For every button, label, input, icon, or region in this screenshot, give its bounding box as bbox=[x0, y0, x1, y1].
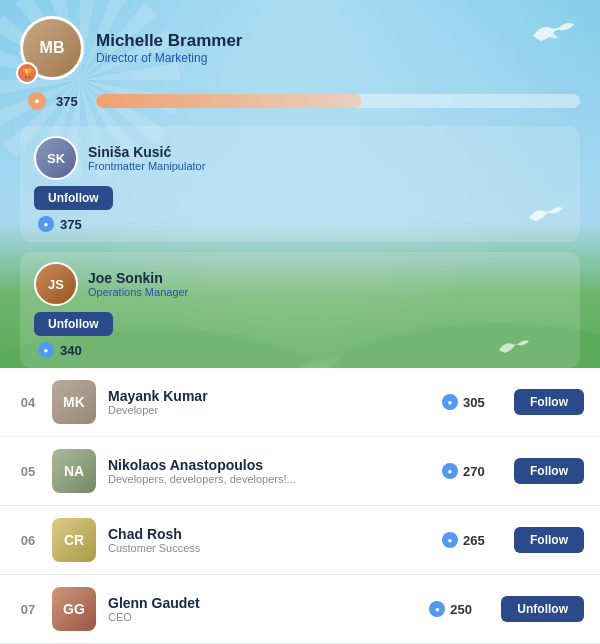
rank2-user: SK Siniša Kusić Frontmatter Manipulator bbox=[34, 136, 566, 180]
rank3-avatar: JS bbox=[34, 262, 78, 306]
rank1-name: Michelle Brammer bbox=[96, 31, 242, 51]
hero-section: MB 🏆 Michelle Brammer Director of Market… bbox=[0, 0, 600, 368]
rank1-score-icon: ● bbox=[28, 92, 46, 110]
list-info: Nikolaos Anastopoulos Developers, develo… bbox=[108, 457, 430, 485]
list-name: Glenn Gaudet bbox=[108, 595, 417, 611]
list-score-icon: ● bbox=[442, 394, 458, 410]
rank2-name: Siniša Kusić bbox=[88, 144, 205, 160]
rank2-score-row: ● 375 bbox=[34, 216, 566, 232]
rank3-info: Joe Sonkin Operations Manager bbox=[88, 270, 188, 298]
list-score: 250 bbox=[450, 602, 472, 617]
list-initials: CR bbox=[52, 518, 96, 562]
rank1-badge: 🏆 bbox=[16, 62, 38, 84]
rank3-unfollow-button[interactable]: Unfollow bbox=[34, 312, 113, 336]
rank3-score-row: ● 340 bbox=[34, 342, 566, 358]
list-avatar: MK bbox=[52, 380, 96, 424]
list-role: CEO bbox=[108, 611, 417, 623]
list-score: 270 bbox=[463, 464, 485, 479]
list-initials: MK bbox=[52, 380, 96, 424]
bird2-icon bbox=[528, 202, 564, 232]
rank3-score: 340 bbox=[60, 343, 82, 358]
list-rank: 04 bbox=[16, 395, 40, 410]
rank1-card: MB 🏆 Michelle Brammer Director of Market… bbox=[20, 16, 580, 126]
list-score-wrap: ● 305 bbox=[442, 394, 502, 410]
list-item: 04 MK Mayank Kumar Developer ● 305 Follo… bbox=[0, 368, 600, 437]
rank2-info: Siniša Kusić Frontmatter Manipulator bbox=[88, 144, 205, 172]
rank1-progress-bar bbox=[96, 94, 362, 108]
sub-hero-rows: SK Siniša Kusić Frontmatter Manipulator … bbox=[20, 126, 580, 368]
rank2-score: 375 bbox=[60, 217, 82, 232]
list-info: Glenn Gaudet CEO bbox=[108, 595, 417, 623]
rank1-progress-row: ● 375 bbox=[20, 92, 580, 110]
rank1-user: MB 🏆 Michelle Brammer Director of Market… bbox=[20, 16, 580, 80]
rank3-name: Joe Sonkin bbox=[88, 270, 188, 286]
rank2-initials: SK bbox=[36, 138, 76, 178]
rank3-role: Operations Manager bbox=[88, 286, 188, 298]
list-score-wrap: ● 265 bbox=[442, 532, 502, 548]
list-score-icon: ● bbox=[442, 463, 458, 479]
list-avatar: GG bbox=[52, 587, 96, 631]
list-item: 06 CR Chad Rosh Customer Success ● 265 F… bbox=[0, 506, 600, 575]
list-name: Mayank Kumar bbox=[108, 388, 430, 404]
follow-button[interactable]: Follow bbox=[514, 527, 584, 553]
rank1-avatar-wrap: MB 🏆 bbox=[20, 16, 84, 80]
list-item: 07 GG Glenn Gaudet CEO ● 250 Unfollow bbox=[0, 575, 600, 644]
rank3-user: JS Joe Sonkin Operations Manager bbox=[34, 262, 566, 306]
list-initials: NA bbox=[52, 449, 96, 493]
list-rank: 06 bbox=[16, 533, 40, 548]
rank2-score-icon: ● bbox=[38, 216, 54, 232]
follow-button[interactable]: Follow bbox=[514, 458, 584, 484]
list-role: Developers, developers, developers!... bbox=[108, 473, 430, 485]
list-rank: 05 bbox=[16, 464, 40, 479]
rank3-card: JS Joe Sonkin Operations Manager Unfollo… bbox=[20, 252, 580, 368]
list-score-wrap: ● 270 bbox=[442, 463, 502, 479]
rank2-role: Frontmatter Manipulator bbox=[88, 160, 205, 172]
rank1-info: Michelle Brammer Director of Marketing bbox=[96, 31, 242, 65]
list-score-icon: ● bbox=[429, 601, 445, 617]
list-score: 305 bbox=[463, 395, 485, 410]
list-role: Developer bbox=[108, 404, 430, 416]
list-score: 265 bbox=[463, 533, 485, 548]
rank2-card: SK Siniša Kusić Frontmatter Manipulator … bbox=[20, 126, 580, 242]
unfollow-button[interactable]: Unfollow bbox=[501, 596, 584, 622]
list-score-icon: ● bbox=[442, 532, 458, 548]
leaderboard-list: 04 MK Mayank Kumar Developer ● 305 Follo… bbox=[0, 368, 600, 644]
list-role: Customer Success bbox=[108, 542, 430, 554]
rank1-role: Director of Marketing bbox=[96, 51, 242, 65]
list-avatar: NA bbox=[52, 449, 96, 493]
list-item: 05 NA Nikolaos Anastopoulos Developers, … bbox=[0, 437, 600, 506]
rank2-avatar: SK bbox=[34, 136, 78, 180]
list-info: Mayank Kumar Developer bbox=[108, 388, 430, 416]
rank1-progress-bar-wrap bbox=[96, 94, 580, 108]
list-name: Nikolaos Anastopoulos bbox=[108, 457, 430, 473]
list-name: Chad Rosh bbox=[108, 526, 430, 542]
rank3-score-icon: ● bbox=[38, 342, 54, 358]
list-avatar: CR bbox=[52, 518, 96, 562]
list-rank: 07 bbox=[16, 602, 40, 617]
rank3-initials: JS bbox=[36, 264, 76, 304]
bird3-icon bbox=[498, 336, 530, 362]
list-initials: GG bbox=[52, 587, 96, 631]
follow-button[interactable]: Follow bbox=[514, 389, 584, 415]
list-info: Chad Rosh Customer Success bbox=[108, 526, 430, 554]
rank2-unfollow-button[interactable]: Unfollow bbox=[34, 186, 113, 210]
list-score-wrap: ● 250 bbox=[429, 601, 489, 617]
rank1-score: 375 bbox=[56, 94, 86, 109]
